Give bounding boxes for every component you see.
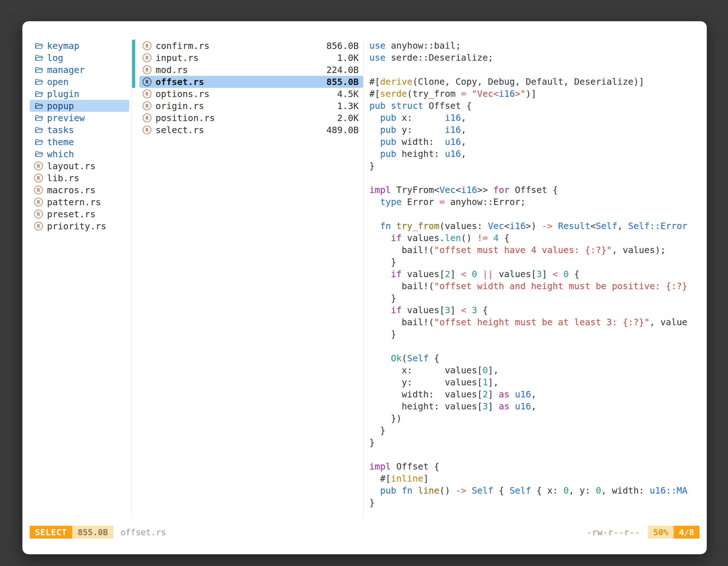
file-size: 4.5K [337,89,359,99]
rust-icon: R [143,114,151,122]
file-row-confirm-rs[interactable]: Rconfirm.rs 856.0B [139,40,363,52]
code-line: } [369,436,694,448]
file-name: input.rs [156,53,199,63]
rust-icon: R [143,90,151,98]
file-row-origin-rs[interactable]: Rorigin.rs 1.3K [139,100,363,112]
sidebar-item-label: pattern.rs [47,197,101,208]
folder-icon [34,137,44,147]
rust-icon: R [34,198,43,206]
code-line: pub fn line() -> Self { Self { x: 0, y: … [369,485,694,497]
file-size: 224.0B [326,65,359,75]
sidebar-item-label: preset.rs [47,209,95,220]
code-line: if values[3] < 3 { [369,304,694,316]
sidebar-item-label: popup [47,101,74,111]
scrollbar-thumb[interactable] [132,40,135,88]
sidebar-item-theme[interactable]: theme [30,136,129,148]
code-line: height: values[3] as u16, [369,400,694,412]
folder-icon [34,77,44,87]
sidebar-item-manager[interactable]: manager [30,64,129,76]
sidebar-item-which[interactable]: which [30,148,129,160]
rust-icon: R [143,41,151,50]
code-line: #[serde(try_from = "Vec<i16>")] [369,88,694,100]
code-line: impl Offset { [369,461,694,473]
sidebar-item-preview[interactable]: preview [30,112,129,124]
status-filename: offset.rs [121,527,166,537]
sidebar-item-label: log [47,53,63,63]
scroll-percent-badge: 50% [648,526,674,539]
rust-icon: R [143,53,151,62]
sidebar-item-pattern-rs[interactable]: R pattern.rs [30,196,129,208]
sidebar-item-plugin[interactable]: plugin [30,88,129,100]
file-name: confirm.rs [156,41,210,51]
sidebar-item-label: theme [47,137,74,147]
file-manager-content: keymap log manager open plugin popup [22,40,707,518]
file-size: 1.3K [337,101,359,111]
sidebar-item-label: which [47,149,74,159]
sidebar-item-label: open [47,77,69,87]
rust-icon: R [34,186,43,194]
terminal-window: keymap log manager open plugin popup [22,21,707,554]
sidebar-item-log[interactable]: log [30,52,129,64]
pane-divider-right [363,42,364,518]
file-row-select-rs[interactable]: Rselect.rs 489.0B [139,124,363,136]
file-row-offset-rs[interactable]: Roffset.rs 855.0B [139,76,363,88]
code-line: Ok(Self { [369,352,694,364]
code-line [369,64,694,76]
sidebar-item-label: tasks [47,125,74,135]
current-dir-pane: Rconfirm.rs 856.0B Rinput.rs 1.0K Rmod.r… [132,40,363,136]
file-name: offset.rs [156,77,204,87]
sidebar-item-label: plugin [47,89,79,99]
sidebar-item-layout-rs[interactable]: R layout.rs [30,160,129,172]
code-line [369,340,694,352]
file-name: mod.rs [156,65,188,75]
mode-badge: SELECT [30,526,72,539]
permissions-text: -rw-r--r-- [587,527,640,537]
code-line: use serde::Deserialize; [369,52,694,64]
sidebar-item-priority-rs[interactable]: R priority.rs [30,220,129,232]
code-line: y: values[1], [369,376,694,388]
sidebar-item-preset-rs[interactable]: R preset.rs [30,208,129,220]
status-right: -rw-r--r-- 50% 4/8 [587,526,699,539]
parent-pane: keymap log manager open plugin popup [30,40,129,232]
folder-icon [34,113,44,123]
folder-icon [34,101,44,111]
file-size-badge: 855.0B [72,526,113,539]
code-line: } [369,424,694,436]
code-pane: use anyhow::bail;use serde::Deserialize;… [369,40,694,509]
file-name: position.rs [156,113,215,123]
code-line: } [369,497,694,509]
code-line: bail!("offset width and height must be p… [369,280,694,292]
code-line [369,448,694,461]
code-line: pub width: u16, [369,136,694,148]
code-line: pub struct Offset { [369,100,694,112]
sidebar-item-macros-rs[interactable]: R macros.rs [30,184,129,196]
sidebar-item-label: preview [47,113,85,123]
code-line: } [369,256,694,268]
code-line: pub height: u16, [369,148,694,160]
code-line: width: values[2] as u16, [369,388,694,400]
file-name: origin.rs [156,101,204,111]
folder-icon [34,65,44,75]
file-row-options-rs[interactable]: Roptions.rs 4.5K [139,88,363,100]
code-line: bail!("offset must have 4 values: {:?}",… [369,244,694,256]
file-size: 1.0K [337,53,359,63]
file-size: 855.0B [326,77,359,87]
code-line: x: values[0], [369,364,694,376]
sidebar-item-lib-rs[interactable]: R lib.rs [30,172,129,184]
code-line: type Error = anyhow::Error; [369,196,694,208]
sidebar-item-keymap[interactable]: keymap [30,40,129,52]
sidebar-item-popup[interactable]: popup [30,100,129,112]
code-line: } [369,160,694,172]
sidebar-item-open[interactable]: open [30,76,129,88]
folder-icon [34,125,44,135]
file-size: 856.0B [326,41,359,51]
sidebar-item-tasks[interactable]: tasks [30,124,129,136]
sidebar-item-label: layout.rs [47,161,95,172]
file-row-position-rs[interactable]: Rposition.rs 2.0K [139,112,363,124]
code-line: #[inline] [369,473,694,485]
file-row-input-rs[interactable]: Rinput.rs 1.0K [139,52,363,64]
file-name: select.rs [156,125,204,135]
file-row-mod-rs[interactable]: Rmod.rs 224.0B [139,64,363,76]
code-line: if values[2] < 0 || values[3] < 0 { [369,268,694,280]
file-name: options.rs [156,89,210,99]
